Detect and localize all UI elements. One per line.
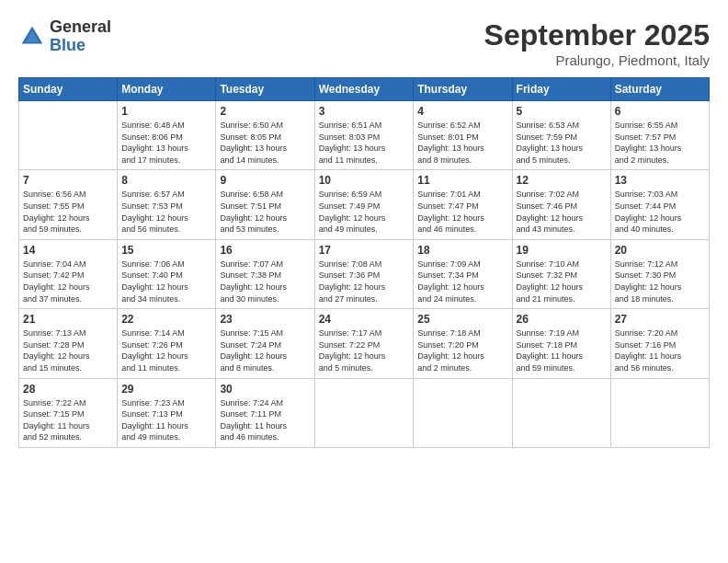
day-number: 6 <box>615 105 705 118</box>
day-info: Sunrise: 7:01 AM Sunset: 7:47 PM Dayligh… <box>417 189 507 235</box>
day-info: Sunrise: 7:17 AM Sunset: 7:22 PM Dayligh… <box>319 327 410 373</box>
calendar-week-row: 21Sunrise: 7:13 AM Sunset: 7:28 PM Dayli… <box>19 309 710 378</box>
day-info: Sunrise: 7:07 AM Sunset: 7:38 PM Dayligh… <box>220 259 310 304</box>
day-header-thursday: Thursday <box>414 78 512 101</box>
logo-blue: Blue <box>50 36 85 54</box>
day-info: Sunrise: 7:04 AM Sunset: 7:42 PM Dayligh… <box>23 259 113 304</box>
calendar-cell: 6Sunrise: 6:55 AM Sunset: 7:57 PM Daylig… <box>610 101 709 170</box>
day-number: 28 <box>23 383 113 396</box>
calendar-cell: 14Sunrise: 7:04 AM Sunset: 7:42 PM Dayli… <box>19 239 118 308</box>
day-info: Sunrise: 7:02 AM Sunset: 7:46 PM Dayligh… <box>517 189 607 235</box>
calendar-cell: 12Sunrise: 7:02 AM Sunset: 7:46 PM Dayli… <box>512 170 610 239</box>
day-info: Sunrise: 7:24 AM Sunset: 7:11 PM Dayligh… <box>220 397 310 443</box>
day-info: Sunrise: 7:09 AM Sunset: 7:34 PM Dayligh… <box>417 259 507 304</box>
calendar-cell: 30Sunrise: 7:24 AM Sunset: 7:11 PM Dayli… <box>216 378 314 447</box>
calendar-week-row: 1Sunrise: 6:48 AM Sunset: 8:06 PM Daylig… <box>19 101 710 170</box>
day-number: 23 <box>220 313 310 326</box>
day-number: 16 <box>220 244 310 257</box>
calendar-table: SundayMondayTuesdayWednesdayThursdayFrid… <box>18 77 710 448</box>
day-header-sunday: Sunday <box>19 78 118 101</box>
day-header-saturday: Saturday <box>610 78 709 101</box>
day-number: 18 <box>417 244 507 257</box>
logo-icon <box>18 23 46 51</box>
day-number: 15 <box>121 244 211 257</box>
calendar-cell: 9Sunrise: 6:58 AM Sunset: 7:51 PM Daylig… <box>216 170 314 239</box>
day-info: Sunrise: 7:20 AM Sunset: 7:16 PM Dayligh… <box>615 327 705 373</box>
day-number: 10 <box>319 174 410 187</box>
day-info: Sunrise: 7:03 AM Sunset: 7:44 PM Dayligh… <box>615 189 705 235</box>
calendar-cell: 23Sunrise: 7:15 AM Sunset: 7:24 PM Dayli… <box>216 309 314 378</box>
day-info: Sunrise: 7:22 AM Sunset: 7:15 PM Dayligh… <box>23 397 113 443</box>
day-number: 21 <box>23 313 113 326</box>
day-info: Sunrise: 6:58 AM Sunset: 7:51 PM Dayligh… <box>220 189 310 235</box>
calendar-cell: 27Sunrise: 7:20 AM Sunset: 7:16 PM Dayli… <box>610 309 709 378</box>
calendar-cell: 4Sunrise: 6:52 AM Sunset: 8:01 PM Daylig… <box>414 101 512 170</box>
calendar-cell: 11Sunrise: 7:01 AM Sunset: 7:47 PM Dayli… <box>414 170 512 239</box>
day-info: Sunrise: 7:23 AM Sunset: 7:13 PM Dayligh… <box>121 397 211 443</box>
calendar-cell: 3Sunrise: 6:51 AM Sunset: 8:03 PM Daylig… <box>314 101 414 170</box>
day-number: 7 <box>23 174 113 187</box>
day-number: 1 <box>121 105 211 118</box>
calendar-week-row: 7Sunrise: 6:56 AM Sunset: 7:55 PM Daylig… <box>19 170 710 239</box>
day-header-monday: Monday <box>118 78 216 101</box>
day-info: Sunrise: 6:55 AM Sunset: 7:57 PM Dayligh… <box>615 120 705 166</box>
calendar-cell: 2Sunrise: 6:50 AM Sunset: 8:05 PM Daylig… <box>216 101 314 170</box>
day-number: 20 <box>615 244 705 257</box>
day-number: 25 <box>417 313 507 326</box>
day-number: 3 <box>319 105 410 118</box>
logo-text: General Blue <box>50 18 111 55</box>
day-number: 19 <box>517 244 607 257</box>
day-info: Sunrise: 6:59 AM Sunset: 7:49 PM Dayligh… <box>319 189 410 235</box>
calendar-cell: 26Sunrise: 7:19 AM Sunset: 7:18 PM Dayli… <box>512 309 610 378</box>
calendar-cell: 5Sunrise: 6:53 AM Sunset: 7:59 PM Daylig… <box>512 101 610 170</box>
page-header: General Blue September 2025 Pralungo, Pi… <box>18 18 710 68</box>
day-number: 2 <box>220 105 310 118</box>
calendar-cell <box>314 378 414 447</box>
calendar-cell: 18Sunrise: 7:09 AM Sunset: 7:34 PM Dayli… <box>414 239 512 308</box>
calendar-cell: 24Sunrise: 7:17 AM Sunset: 7:22 PM Dayli… <box>314 309 414 378</box>
day-number: 12 <box>517 174 607 187</box>
day-number: 24 <box>319 313 410 326</box>
location: Pralungo, Piedmont, Italy <box>484 52 710 68</box>
calendar-cell: 10Sunrise: 6:59 AM Sunset: 7:49 PM Dayli… <box>314 170 414 239</box>
day-number: 4 <box>417 105 507 118</box>
day-number: 11 <box>417 174 507 187</box>
calendar-cell: 17Sunrise: 7:08 AM Sunset: 7:36 PM Dayli… <box>314 239 414 308</box>
day-header-tuesday: Tuesday <box>216 78 314 101</box>
day-number: 29 <box>121 383 211 396</box>
day-number: 14 <box>23 244 113 257</box>
day-info: Sunrise: 7:15 AM Sunset: 7:24 PM Dayligh… <box>220 327 310 373</box>
day-info: Sunrise: 7:12 AM Sunset: 7:30 PM Dayligh… <box>615 259 705 304</box>
day-info: Sunrise: 7:10 AM Sunset: 7:32 PM Dayligh… <box>517 259 607 304</box>
day-info: Sunrise: 7:14 AM Sunset: 7:26 PM Dayligh… <box>121 327 211 373</box>
day-number: 5 <box>517 105 607 118</box>
logo-general: General <box>50 17 111 36</box>
day-info: Sunrise: 7:18 AM Sunset: 7:20 PM Dayligh… <box>417 327 507 373</box>
calendar-cell: 22Sunrise: 7:14 AM Sunset: 7:26 PM Dayli… <box>118 309 216 378</box>
day-info: Sunrise: 6:51 AM Sunset: 8:03 PM Dayligh… <box>319 120 410 166</box>
calendar-cell: 29Sunrise: 7:23 AM Sunset: 7:13 PM Dayli… <box>118 378 216 447</box>
calendar-cell <box>414 378 512 447</box>
calendar-cell: 21Sunrise: 7:13 AM Sunset: 7:28 PM Dayli… <box>19 309 118 378</box>
day-info: Sunrise: 7:08 AM Sunset: 7:36 PM Dayligh… <box>319 259 410 304</box>
calendar-cell: 28Sunrise: 7:22 AM Sunset: 7:15 PM Dayli… <box>19 378 118 447</box>
calendar-week-row: 14Sunrise: 7:04 AM Sunset: 7:42 PM Dayli… <box>19 239 710 308</box>
day-info: Sunrise: 7:13 AM Sunset: 7:28 PM Dayligh… <box>23 327 113 373</box>
calendar-week-row: 28Sunrise: 7:22 AM Sunset: 7:15 PM Dayli… <box>19 378 710 447</box>
day-info: Sunrise: 7:06 AM Sunset: 7:40 PM Dayligh… <box>121 259 211 304</box>
day-info: Sunrise: 6:52 AM Sunset: 8:01 PM Dayligh… <box>417 120 507 166</box>
logo: General Blue <box>18 18 111 55</box>
calendar-cell: 25Sunrise: 7:18 AM Sunset: 7:20 PM Dayli… <box>414 309 512 378</box>
day-info: Sunrise: 6:48 AM Sunset: 8:06 PM Dayligh… <box>121 120 211 166</box>
day-number: 27 <box>615 313 705 326</box>
day-info: Sunrise: 7:19 AM Sunset: 7:18 PM Dayligh… <box>517 327 607 373</box>
calendar-header-row: SundayMondayTuesdayWednesdayThursdayFrid… <box>19 78 710 101</box>
title-block: September 2025 Pralungo, Piedmont, Italy <box>484 18 710 68</box>
calendar-cell <box>19 101 118 170</box>
day-number: 26 <box>517 313 607 326</box>
day-number: 17 <box>319 244 410 257</box>
calendar-cell: 16Sunrise: 7:07 AM Sunset: 7:38 PM Dayli… <box>216 239 314 308</box>
day-header-wednesday: Wednesday <box>314 78 414 101</box>
calendar-cell: 20Sunrise: 7:12 AM Sunset: 7:30 PM Dayli… <box>610 239 709 308</box>
calendar-cell <box>512 378 610 447</box>
